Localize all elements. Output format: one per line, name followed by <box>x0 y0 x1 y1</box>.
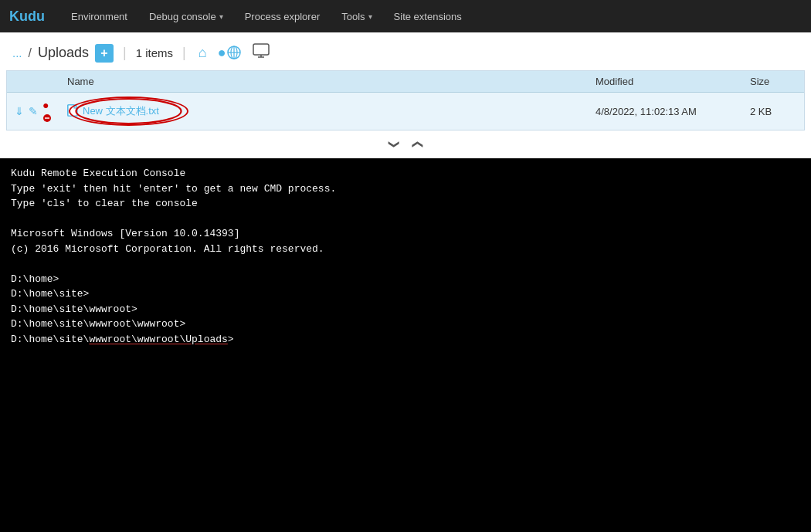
debug-console-dropdown-arrow: ▾ <box>219 12 223 21</box>
file-size-cell: 2 KB <box>742 93 804 130</box>
col-actions-header <box>7 71 59 93</box>
navbar: Kudu Environment Debug console ▾ Process… <box>0 0 811 32</box>
col-modified-header: Modified <box>588 71 742 93</box>
file-icon-svg <box>67 104 78 117</box>
console-line-10: D:\home\site\wwwroot> <box>11 302 800 317</box>
delete-icon[interactable]: ● <box>42 99 52 124</box>
table-row: ⇓ ✎ ● <box>7 93 804 130</box>
console-line-8: D:\home> <box>11 272 800 287</box>
col-size-header: Size <box>742 71 804 93</box>
breadcrumb-divider2: | <box>182 45 186 61</box>
nav-site-extensions[interactable]: Site extensions <box>383 0 473 32</box>
console-line-last: D:\home\site\wwwroot\wwwroot\Uploads> <box>11 332 800 347</box>
monitor-icon[interactable] <box>253 43 270 63</box>
breadcrumb-divider: | <box>123 45 127 61</box>
console-line-9: D:\home\site> <box>11 286 800 302</box>
file-actions-cell: ⇓ ✎ ● <box>7 93 59 130</box>
breadcrumb-separator: / <box>29 46 32 60</box>
nav-debug-console[interactable]: Debug console ▾ <box>138 0 234 32</box>
col-name-header: Name <box>59 71 588 93</box>
console-line-6: (c) 2016 Microsoft Corporation. All righ… <box>11 242 800 257</box>
file-table-wrapper: Name Modified Size ⇓ ✎ ● <box>6 70 805 130</box>
new-file-button[interactable]: + <box>95 44 114 63</box>
breadcrumb-current: Uploads <box>38 45 89 61</box>
tools-dropdown-arrow: ▾ <box>368 12 372 21</box>
expand-down-button[interactable]: ❯ <box>387 137 402 152</box>
console-underlined-path: wwwroot\wwwroot\Uploads <box>89 334 227 345</box>
globe-icon[interactable]: ● <box>218 45 242 61</box>
file-doc-icon <box>67 104 78 119</box>
file-modified-cell: 4/8/2022, 11:02:13 AM <box>588 93 742 130</box>
resize-area: ❯ ❯ <box>0 130 811 158</box>
nav-environment[interactable]: Environment <box>60 0 138 32</box>
console-line-4 <box>11 212 800 227</box>
console-line-3: Type 'cls' to clear the console <box>11 196 800 212</box>
toolbar-icons: ⌂ ● <box>199 43 270 63</box>
download-icon[interactable]: ⇓ <box>15 105 24 117</box>
console-line-2: Type 'exit' then hit 'enter' to get a ne… <box>11 181 800 197</box>
console-line-5: Microsoft Windows [Version 10.0.14393] <box>11 226 800 242</box>
edit-icon[interactable]: ✎ <box>29 105 38 117</box>
delete-circle-svg <box>42 114 52 123</box>
console-line-1: Kudu Remote Execution Console <box>11 166 800 181</box>
console-line-11: D:\home\site\wwwroot\wwwroot> <box>11 317 800 332</box>
file-name-link[interactable]: New 文本文档.txt <box>83 105 159 117</box>
nav-tools[interactable]: Tools ▾ <box>331 0 382 32</box>
svg-rect-4 <box>253 44 269 55</box>
brand-logo[interactable]: Kudu <box>9 8 45 25</box>
file-name-annotated: New 文本文档.txt <box>83 104 159 118</box>
expand-up-button[interactable]: ❯ <box>409 137 424 152</box>
nav-process-explorer[interactable]: Process explorer <box>234 0 331 32</box>
breadcrumb-area: ... / Uploads + | 1 items | ⌂ ● <box>0 32 811 70</box>
home-icon[interactable]: ⌂ <box>199 45 207 61</box>
console-area[interactable]: Kudu Remote Execution Console Type 'exit… <box>0 158 811 532</box>
breadcrumb-ellipsis[interactable]: ... <box>12 46 22 59</box>
file-table: Name Modified Size ⇓ ✎ ● <box>7 71 804 130</box>
file-name-cell: New 文本文档.txt <box>59 93 588 130</box>
monitor-svg <box>253 43 270 59</box>
globe-svg <box>226 45 242 60</box>
console-line-7 <box>11 256 800 272</box>
items-count: 1 items <box>136 46 173 59</box>
